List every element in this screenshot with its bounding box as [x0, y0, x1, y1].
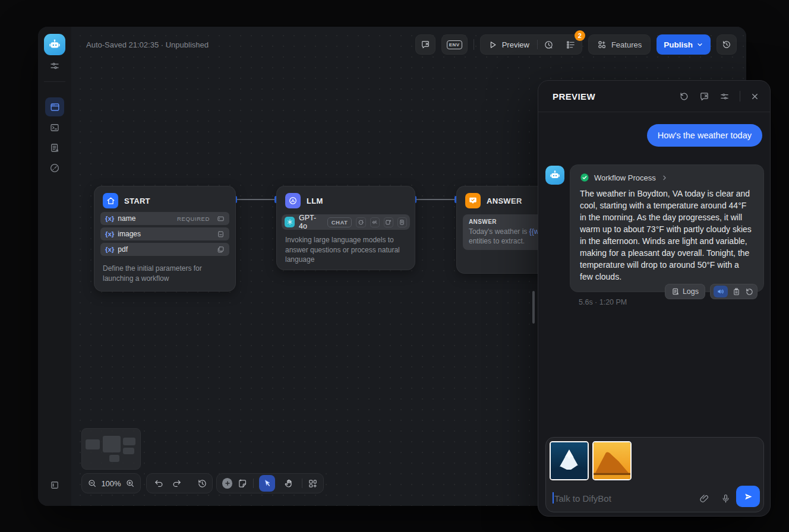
env-button[interactable]: ENV — [441, 34, 468, 55]
redo-button[interactable] — [172, 479, 182, 489]
zoom-in-button[interactable] — [125, 479, 135, 488]
chevron-right-icon — [661, 174, 668, 182]
canvas-scrollbar[interactable] — [532, 291, 535, 324]
minimap-node — [86, 439, 100, 449]
regenerate-icon — [745, 287, 754, 296]
text-cursor — [553, 492, 554, 504]
message-actions: Logs — [665, 284, 758, 299]
voice-input-button[interactable] — [721, 493, 731, 506]
checklist-icon — [566, 40, 576, 50]
zoom-out-button[interactable] — [87, 479, 97, 488]
node-title: LLM — [307, 197, 323, 205]
chat-clear-icon — [699, 91, 709, 102]
sliders-icon — [719, 91, 730, 102]
checklist-button[interactable]: 2 — [560, 40, 582, 50]
toolbar-divider — [253, 479, 254, 488]
organize-nodes-button[interactable] — [308, 479, 318, 489]
attached-image-blue-mountain[interactable] — [550, 441, 589, 480]
start-field-name[interactable]: {x} name REQUIRED — [100, 212, 229, 225]
topbar-actions: ENV Preview 2 — [415, 34, 737, 55]
change-history-button[interactable] — [197, 479, 207, 489]
vision-capability-icon — [356, 217, 365, 227]
message-meta: 5.6s · 1:20 PM — [579, 298, 627, 306]
attach-file-button[interactable] — [699, 493, 709, 506]
plus-icon — [224, 480, 231, 487]
speaker-icon — [717, 287, 725, 296]
minimap-node — [103, 436, 121, 452]
sidebar-item-monitoring[interactable] — [46, 160, 63, 176]
add-note-button[interactable] — [238, 479, 248, 489]
preview-panel-actions — [679, 91, 759, 102]
hand-icon — [284, 479, 293, 488]
node-llm[interactable]: LLM GPT-4o CHAT Invoking large language … — [276, 186, 415, 270]
publish-button-label: Publish — [664, 40, 693, 49]
start-field-images[interactable]: {x} images — [100, 227, 229, 240]
bot-message-card: Workflow Process The weather in Boydton,… — [570, 164, 764, 292]
attached-image-orange-mountain[interactable] — [592, 441, 632, 480]
llm-model-selector[interactable]: GPT-4o CHAT — [282, 214, 410, 230]
conversation-settings-button[interactable] — [719, 91, 730, 102]
add-node-button[interactable] — [222, 478, 232, 489]
node-description: Define the initial parameters for launch… — [94, 258, 235, 290]
answer-icon — [465, 193, 481, 208]
collapse-sidebar-button[interactable] — [46, 477, 63, 493]
run-history-button[interactable] — [538, 40, 560, 50]
node-title: START — [124, 197, 150, 205]
close-panel-button[interactable] — [750, 92, 759, 101]
change-history-icon — [197, 479, 207, 489]
logs-button[interactable]: Logs — [665, 284, 705, 299]
node-tools — [216, 473, 324, 493]
pointer-tool-button[interactable] — [259, 475, 275, 492]
send-button[interactable] — [736, 486, 760, 507]
note-icon — [238, 479, 248, 489]
minimap-node — [123, 438, 135, 445]
chat-input[interactable] — [554, 490, 691, 506]
orchestrate-icon — [49, 102, 61, 113]
send-icon — [743, 492, 753, 502]
zoom-controls: 100% — [81, 473, 141, 493]
clear-chat-button[interactable] — [415, 34, 435, 55]
hand-tool-button[interactable] — [280, 475, 296, 492]
edge-llm-answer — [415, 199, 456, 200]
undo-button[interactable] — [154, 479, 164, 489]
sidebar-item-logs[interactable] — [46, 140, 63, 156]
app-settings-button[interactable] — [46, 58, 63, 74]
field-name: name — [118, 214, 135, 223]
undo-icon — [154, 479, 164, 489]
chat-clear-icon — [421, 40, 430, 49]
clear-chat-button[interactable] — [699, 91, 709, 102]
text-input-icon — [217, 215, 225, 223]
variable-braces-icon: {x} — [105, 230, 114, 238]
monitoring-icon — [49, 163, 60, 173]
features-button[interactable]: Features — [588, 34, 651, 55]
document-capability-icon — [397, 217, 407, 227]
close-icon — [750, 92, 759, 101]
restart-conversation-button[interactable] — [679, 91, 689, 102]
workflow-process-toggle[interactable]: Workflow Process — [580, 173, 754, 182]
user-message-bubble: How's the weather today — [647, 124, 762, 147]
app-avatar[interactable] — [44, 34, 65, 55]
image-capability-icon — [384, 217, 393, 227]
topbar-divider — [474, 39, 474, 50]
node-title: ANSWER — [487, 197, 522, 205]
zoom-level[interactable]: 100% — [101, 479, 121, 488]
checklist-badge: 2 — [575, 30, 585, 41]
speak-message-button[interactable] — [714, 286, 728, 297]
regenerate-message-button[interactable] — [745, 287, 754, 296]
edge-start-llm — [236, 199, 276, 200]
node-start[interactable]: START {x} name REQUIRED {x} images {x} p… — [94, 186, 236, 292]
minimap-node — [109, 455, 119, 462]
sidebar-item-orchestrate[interactable] — [45, 97, 64, 116]
refresh-icon — [679, 91, 689, 102]
version-history-button[interactable] — [717, 34, 737, 55]
sidebar-item-terminal[interactable] — [46, 119, 63, 136]
copy-icon — [732, 287, 741, 296]
minimap[interactable] — [81, 428, 141, 470]
start-field-pdf[interactable]: {x} pdf — [100, 243, 229, 256]
copy-message-button[interactable] — [732, 287, 741, 296]
zoom-in-icon — [125, 479, 135, 488]
workflow-process-label: Workflow Process — [594, 173, 656, 182]
chevron-down-icon — [696, 41, 703, 48]
preview-button[interactable]: Preview — [481, 40, 537, 49]
publish-button[interactable]: Publish — [657, 34, 711, 55]
